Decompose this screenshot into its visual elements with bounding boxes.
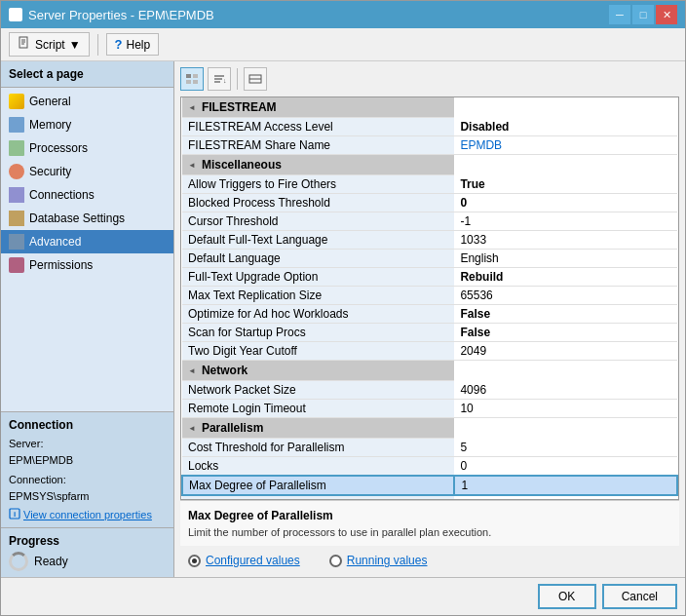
prop-value-cell: 0 [454,457,677,477]
script-dropdown-icon: ▼ [69,38,81,52]
prop-value-cell: 1033 [454,231,677,250]
svg-rect-8 [186,74,191,78]
prop-value-cell: 0 [454,194,677,212]
help-label: Help [127,38,151,52]
table-row[interactable]: Cursor Threshold-1 [182,212,677,231]
svg-rect-9 [193,74,198,78]
table-row[interactable]: Blocked Process Threshold0 [182,194,677,212]
properties-table-wrapper[interactable]: ◄ FILESTREAMFILESTREAM Access LevelDisab… [180,96,679,500]
select-page-header: Select a page [1,61,173,88]
section-header-filestream: ◄ FILESTREAM [182,97,677,118]
svg-rect-11 [193,80,198,84]
table-row[interactable]: Allow Triggers to Fire OthersTrue [182,175,677,194]
script-label: Script [35,38,65,52]
running-radio-circle [329,555,342,567]
view-toggle-button[interactable] [244,67,267,91]
running-values-label: Running values [347,554,428,567]
table-row[interactable]: Scan for Startup ProcsFalse [182,324,677,342]
prop-value-cell: 1 [454,476,677,495]
progress-content: Ready [9,552,166,571]
table-row[interactable]: Network Packet Size4096 [182,381,677,400]
table-row[interactable]: Full-Text Upgrade OptionRebuild [182,268,677,287]
prop-value-cell: False [454,305,677,324]
prop-value-cell: 65536 [454,287,677,305]
table-row[interactable]: Remote Login Timeout10 [182,400,677,418]
svg-text:i: i [14,510,16,519]
progress-status: Ready [34,555,68,568]
server-label: Server: EPM\EPMDB [9,436,166,468]
view-categorized-button[interactable] [180,67,204,91]
content-area: Select a page General Memory Processors [1,61,685,577]
running-values-radio[interactable]: Running values [329,554,428,567]
section-header-parallelism: ◄ Parallelism [182,418,677,440]
collapse-arrow-parallelism[interactable]: ◄ [188,424,196,433]
table-row[interactable]: Locks0 [182,457,677,477]
window-title: Server Properties - EPM\EPMDB [28,8,214,22]
bottom-bar: OK Cancel [1,577,685,615]
security-icon [9,164,24,179]
prop-name-cell: Scan for Startup Procs [182,324,454,342]
prop-value-cell: 10 [454,400,677,418]
prop-value-cell: 5 [454,439,677,457]
help-icon: ? [115,37,123,52]
prop-value-cell: 2049 [454,342,677,361]
sidebar-item-general[interactable]: General [1,90,173,113]
sidebar-item-connections[interactable]: Connections [1,183,173,207]
view-sort-button[interactable]: ↓ [208,67,231,91]
minimize-button[interactable]: ─ [609,5,630,24]
progress-title: Progress [9,534,166,548]
database-settings-icon [9,211,24,226]
prop-name-cell: Optimize for Ad hoc Workloads [182,305,454,324]
sidebar-item-permissions[interactable]: Permissions [1,253,173,277]
window-controls: ─ □ ✕ [609,5,677,24]
table-row[interactable]: Two Digit Year Cutoff2049 [182,342,677,361]
prop-name-cell: Network Packet Size [182,381,454,400]
toolbar-separator [97,34,98,56]
cancel-button[interactable]: Cancel [602,584,677,609]
permissions-icon [9,257,24,273]
table-row[interactable]: Default Full-Text Language1033 [182,231,677,250]
configured-values-radio[interactable]: Configured values [188,554,300,567]
sidebar-item-security[interactable]: Security [1,160,173,183]
collapse-arrow-network[interactable]: ◄ [188,366,196,375]
table-row[interactable]: FILESTREAM Access LevelDisabled [182,118,677,136]
prop-desc-text: Limit the number of processors to use in… [188,526,671,538]
script-icon [18,36,31,53]
sidebar-item-label-database-settings: Database Settings [29,212,125,225]
prop-value-cell: True [454,175,677,194]
table-row[interactable]: Max Degree of Parallelism1 [182,476,677,495]
sidebar-item-database-settings[interactable]: Database Settings [1,207,173,230]
sidebar-item-processors[interactable]: Processors [1,136,173,160]
toolbar: Script ▼ ? Help [1,28,685,61]
restore-button[interactable]: □ [632,5,654,24]
sidebar-item-label-security: Security [29,165,71,178]
table-row[interactable]: Optimize for Ad hoc WorkloadsFalse [182,305,677,324]
section-header-miscellaneous: ◄ Miscellaneous [182,155,677,176]
prop-name-cell: Default Full-Text Language [182,231,454,250]
table-row[interactable]: Max Text Replication Size65536 [182,287,677,305]
script-button[interactable]: Script ▼ [9,32,90,57]
collapse-arrow-miscellaneous[interactable]: ◄ [188,161,196,170]
close-button[interactable]: ✕ [656,5,677,24]
prop-value-cell: Rebuild [454,268,677,287]
help-button[interactable]: ? Help [106,33,160,56]
ok-button[interactable]: OK [538,584,596,609]
view-connection-link[interactable]: i View connection properties [9,508,166,521]
table-row[interactable]: Cost Threshold for Parallelism5 [182,439,677,457]
connection-info: Server: EPM\EPMDB Connection: EPMSYS\spf… [9,436,166,504]
sidebar-item-label-processors: Processors [29,141,88,155]
connection-panel: Connection Server: EPM\EPMDB Connection:… [1,411,173,527]
configured-values-label: Configured values [206,554,300,567]
prop-value-cell: English [454,250,677,268]
prop-description: Max Degree of Parallelism Limit the numb… [180,500,679,546]
prop-name-cell: Two Digit Year Cutoff [182,342,454,361]
progress-spinner [9,552,28,571]
collapse-arrow-filestream[interactable]: ◄ [188,103,196,112]
table-row[interactable]: Default LanguageEnglish [182,250,677,268]
sidebar-item-memory[interactable]: Memory [1,113,173,136]
sidebar-item-advanced[interactable]: Advanced [1,230,173,253]
prop-value-cell: False [454,324,677,342]
memory-icon [9,117,24,133]
prop-name-cell: Max Degree of Parallelism [182,476,454,495]
table-row[interactable]: FILESTREAM Share NameEPMDB [182,136,677,155]
